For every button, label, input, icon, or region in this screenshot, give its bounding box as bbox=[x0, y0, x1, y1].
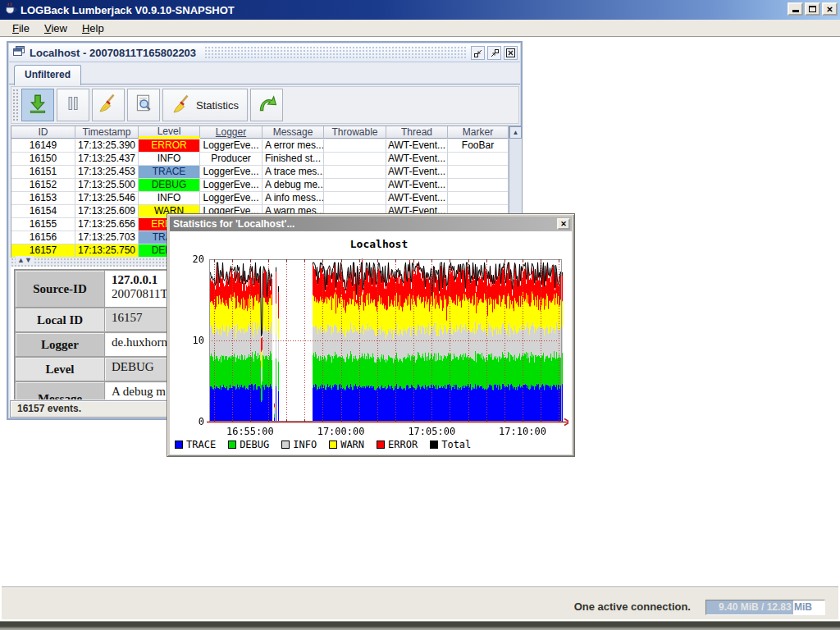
legend-info: INFO bbox=[281, 439, 317, 450]
cell-level: INFO bbox=[139, 192, 200, 205]
cell-message: Finished st... bbox=[262, 153, 324, 166]
cell-id: 16153 bbox=[11, 192, 75, 205]
dialog-titlebar[interactable]: Statistics for 'Localhost'... ✕ bbox=[170, 217, 572, 231]
legend-total: Total bbox=[430, 439, 471, 450]
cell-throwable bbox=[324, 166, 386, 179]
app-window: LOGBack Lumberjack V0.9.10-SNAPSHOT ✕ Fi… bbox=[0, 0, 840, 630]
column-header-throwable[interactable]: Throwable bbox=[324, 126, 386, 139]
cell-logger: LoggerEve... bbox=[200, 192, 262, 205]
column-header-logger[interactable]: Logger bbox=[200, 126, 262, 139]
legend-debug: DEBUG bbox=[228, 439, 269, 450]
cell-id: 16151 bbox=[11, 166, 75, 179]
close-button[interactable]: ✕ bbox=[822, 2, 838, 16]
detail-label: Source-ID bbox=[15, 270, 105, 308]
cell-thread: AWT-Event... bbox=[386, 192, 448, 205]
cell-logger: Producer bbox=[200, 153, 262, 166]
cell-message: A info mess... bbox=[262, 192, 324, 205]
cell-logger: LoggerEve... bbox=[200, 179, 262, 192]
chart-title: Localhost bbox=[203, 238, 555, 250]
legend-swatch bbox=[430, 441, 438, 449]
menu-help[interactable]: Help bbox=[75, 21, 112, 36]
minimize-button[interactable] bbox=[788, 2, 803, 16]
toolbar: Statistics bbox=[11, 86, 519, 124]
cell-thread: AWT-Event... bbox=[386, 179, 448, 192]
connection-status: One active connection. bbox=[574, 600, 691, 613]
column-header-level[interactable]: Level bbox=[139, 126, 200, 139]
toolbar-drag-handle[interactable] bbox=[12, 89, 20, 121]
clear-button[interactable] bbox=[92, 89, 125, 121]
legend-swatch bbox=[377, 441, 385, 449]
memory-indicator[interactable]: 9.40 MiB / 12.83 MiB 9.40 MiB / 12.83 Mi… bbox=[705, 600, 825, 615]
frame-iconify-button[interactable] bbox=[471, 46, 485, 60]
detail-label: Level bbox=[15, 357, 105, 381]
column-header-timestamp[interactable]: Timestamp bbox=[75, 126, 139, 139]
legend-error: ERROR bbox=[377, 439, 418, 450]
cell-timestamp: 17:13:25.390 bbox=[75, 139, 139, 153]
detail-label: Message bbox=[15, 381, 105, 399]
cell-logger: LoggerEve... bbox=[200, 139, 262, 153]
cell-id: 16156 bbox=[11, 231, 75, 244]
cell-marker bbox=[448, 153, 509, 166]
legend-warn: WARN bbox=[329, 439, 364, 450]
cell-marker: FooBar bbox=[448, 139, 509, 153]
column-header-thread[interactable]: Thread bbox=[386, 126, 448, 139]
dialog-content: Localhost Events/s TRACEDEBUGINFOWARNERR… bbox=[170, 231, 572, 454]
column-header-message[interactable]: Message bbox=[262, 126, 324, 139]
legend-swatch bbox=[281, 441, 290, 449]
column-header-marker[interactable]: Marker bbox=[448, 126, 509, 139]
tail-button[interactable] bbox=[21, 89, 54, 121]
statistics-button[interactable]: Statistics bbox=[162, 89, 248, 121]
broom-icon bbox=[98, 93, 119, 117]
statistics-button-label: Statistics bbox=[196, 99, 239, 112]
cell-marker bbox=[448, 192, 509, 205]
green-curved-arrow-icon bbox=[256, 93, 277, 117]
table-row[interactable]: 1615217:13:25.500DEBUGLoggerEve...A debu… bbox=[11, 179, 509, 192]
cell-message: A error mes... bbox=[262, 139, 324, 153]
column-header-id[interactable]: ID bbox=[11, 126, 75, 139]
legend-swatch bbox=[228, 441, 236, 449]
cell-throwable bbox=[324, 139, 386, 153]
scroll-up-button[interactable]: ▲ bbox=[509, 126, 522, 139]
divider-collapse-icons[interactable]: ▲▼ bbox=[16, 256, 34, 264]
export-button[interactable] bbox=[250, 89, 283, 121]
cell-timestamp: 17:13:25.453 bbox=[75, 166, 139, 179]
menu-file[interactable]: File bbox=[5, 21, 37, 36]
cell-level: DEBUG bbox=[139, 179, 200, 192]
window-titlebar[interactable]: LOGBack Lumberjack V0.9.10-SNAPSHOT ✕ bbox=[0, 0, 840, 20]
tab-strip: Unfiltered bbox=[9, 62, 520, 84]
detail-label: Logger bbox=[15, 332, 105, 357]
cell-level: TRACE bbox=[139, 166, 200, 179]
cell-timestamp: 17:13:25.546 bbox=[75, 192, 139, 205]
window-bottom-edge bbox=[0, 619, 840, 630]
cell-throwable bbox=[324, 192, 386, 205]
cell-message: A trace mes... bbox=[262, 166, 324, 179]
titlebar-texture bbox=[204, 46, 468, 59]
legend-trace: TRACE bbox=[175, 439, 216, 450]
statistics-chart bbox=[173, 249, 568, 438]
pause-button[interactable] bbox=[57, 89, 89, 121]
cell-thread: AWT-Event... bbox=[386, 153, 448, 166]
table-row[interactable]: 1615117:13:25.453TRACELoggerEve...A trac… bbox=[11, 166, 509, 179]
cell-marker bbox=[448, 166, 509, 179]
maximize-button[interactable] bbox=[805, 2, 820, 16]
frame-titlebar[interactable]: Localhost - 20070811T165802203 bbox=[9, 43, 520, 62]
statistics-dialog: Statistics for 'Localhost'... ✕ Localhos… bbox=[167, 213, 575, 457]
menu-view[interactable]: View bbox=[37, 21, 75, 36]
dialog-close-button[interactable]: ✕ bbox=[557, 218, 570, 230]
cell-timestamp: 17:13:25.609 bbox=[75, 205, 139, 218]
cell-id: 16149 bbox=[11, 139, 75, 153]
find-button[interactable] bbox=[127, 89, 160, 121]
green-down-arrow-icon bbox=[27, 93, 48, 117]
cell-throwable bbox=[324, 179, 386, 192]
window-title: LOGBack Lumberjack V0.9.10-SNAPSHOT bbox=[21, 4, 235, 16]
table-row[interactable]: 1615317:13:25.546INFOLoggerEve...A info … bbox=[11, 192, 509, 205]
table-row[interactable]: 1614917:13:25.390ERRORLoggerEve...A erro… bbox=[11, 139, 509, 153]
cell-timestamp: 17:13:25.656 bbox=[75, 218, 139, 231]
tab-unfiltered[interactable]: Unfiltered bbox=[14, 65, 81, 85]
frame-close-button[interactable] bbox=[504, 46, 518, 60]
table-row[interactable]: 1615017:13:25.437INFOProducerFinished st… bbox=[11, 153, 509, 166]
status-bar: One active connection. 9.40 MiB / 12.83 … bbox=[2, 587, 838, 619]
frame-title: Localhost - 20070811T165802203 bbox=[30, 47, 196, 59]
pause-icon bbox=[63, 94, 83, 116]
frame-maximize-button[interactable] bbox=[487, 46, 501, 60]
